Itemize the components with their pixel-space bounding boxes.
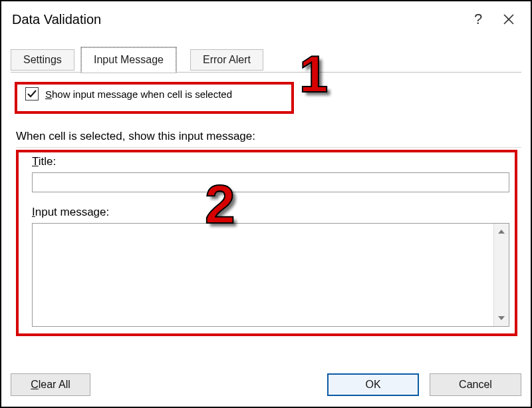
close-button[interactable]: [493, 6, 524, 33]
help-button[interactable]: ?: [463, 6, 493, 33]
input-message-label: Input message:: [32, 206, 109, 219]
chevron-down-icon: [497, 314, 505, 322]
check-icon: [27, 89, 37, 99]
ok-button[interactable]: OK: [327, 373, 419, 396]
scroll-down-button[interactable]: [494, 310, 509, 326]
input-message-pane: Show input message when cell is selected…: [11, 73, 521, 79]
show-input-message-label: Show input message when cell is selected: [45, 89, 232, 100]
show-input-message-row: Show input message when cell is selected: [25, 87, 232, 101]
tab-input-message[interactable]: Input Message: [81, 47, 176, 73]
tab-settings[interactable]: Settings: [11, 49, 74, 71]
input-message-field-wrap: [32, 223, 509, 327]
tab-error-alert[interactable]: Error Alert: [190, 49, 263, 71]
title-label: Title:: [32, 155, 56, 168]
chevron-up-icon: [497, 228, 505, 236]
section-heading: When cell is selected, show this input m…: [16, 130, 255, 143]
title-input[interactable]: [32, 172, 509, 192]
divider: [16, 147, 521, 148]
clear-all-button[interactable]: Clear All: [11, 373, 90, 396]
svg-marker-3: [498, 316, 505, 320]
window-title: Data Validation: [12, 12, 101, 27]
close-icon: [503, 13, 515, 25]
show-input-message-checkbox[interactable]: [25, 87, 39, 101]
data-validation-dialog: Data Validation ? Settings Input Message…: [0, 0, 532, 408]
tabs: Settings Input Message Error Alert: [11, 47, 521, 73]
scroll-up-button[interactable]: [494, 224, 509, 240]
input-message-textarea[interactable]: [33, 224, 493, 326]
svg-marker-2: [498, 230, 505, 234]
dialog-buttons: Clear All OK Cancel: [11, 373, 521, 397]
cancel-button[interactable]: Cancel: [430, 373, 521, 396]
scrollbar[interactable]: [493, 224, 509, 326]
title-bar: Data Validation ?: [1, 1, 531, 37]
